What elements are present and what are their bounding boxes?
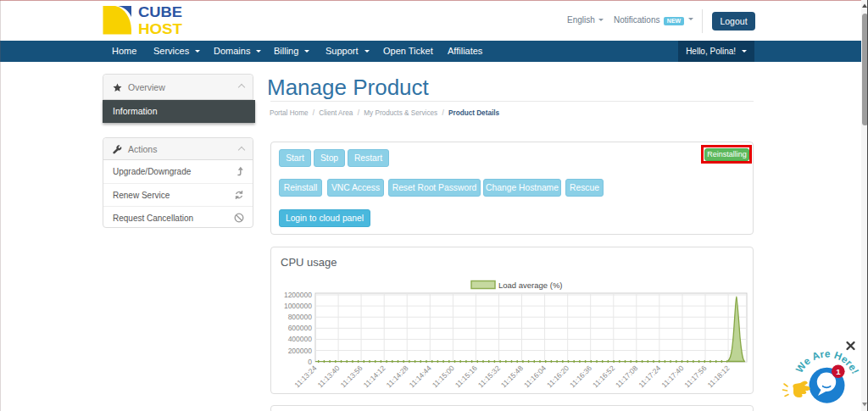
svg-text:1200000: 1200000 xyxy=(284,291,312,299)
svg-text:11:16:52: 11:16:52 xyxy=(591,364,616,389)
svg-text:11:14:12: 11:14:12 xyxy=(362,364,387,389)
svg-text:11:17:56: 11:17:56 xyxy=(682,364,708,389)
svg-text:200000: 200000 xyxy=(288,347,313,355)
svg-text:11:15:48: 11:15:48 xyxy=(499,364,525,389)
svg-text:11:13:24: 11:13:24 xyxy=(292,364,318,389)
svg-text:11:16:36: 11:16:36 xyxy=(568,364,593,389)
svg-text:400000: 400000 xyxy=(288,335,313,343)
svg-text:11:15:32: 11:15:32 xyxy=(476,364,502,389)
svg-text:600000: 600000 xyxy=(288,324,313,332)
svg-text:11:13:56: 11:13:56 xyxy=(338,364,364,389)
svg-text:11:18:12: 11:18:12 xyxy=(705,364,731,389)
svg-text:11:16:04: 11:16:04 xyxy=(522,364,548,389)
svg-text:11:14:44: 11:14:44 xyxy=(408,364,433,389)
svg-text:11:15:00: 11:15:00 xyxy=(431,364,456,389)
svg-text:1000000: 1000000 xyxy=(284,302,312,310)
svg-text:800000: 800000 xyxy=(288,313,313,321)
svg-text:11:15:16: 11:15:16 xyxy=(453,364,479,389)
svg-text:HOST: HOST xyxy=(138,21,182,36)
svg-text:11:17:08: 11:17:08 xyxy=(614,364,639,389)
svg-text:11:17:40: 11:17:40 xyxy=(659,364,685,389)
svg-text:11:14:28: 11:14:28 xyxy=(385,364,410,389)
svg-text:CUBE: CUBE xyxy=(138,5,182,19)
svg-text:1: 1 xyxy=(836,367,841,376)
svg-text:11:17:24: 11:17:24 xyxy=(637,364,662,389)
svg-text:11:16:20: 11:16:20 xyxy=(545,364,570,389)
svg-text:11:13:40: 11:13:40 xyxy=(315,364,341,389)
svg-text:Load average (%): Load average (%) xyxy=(498,280,563,290)
